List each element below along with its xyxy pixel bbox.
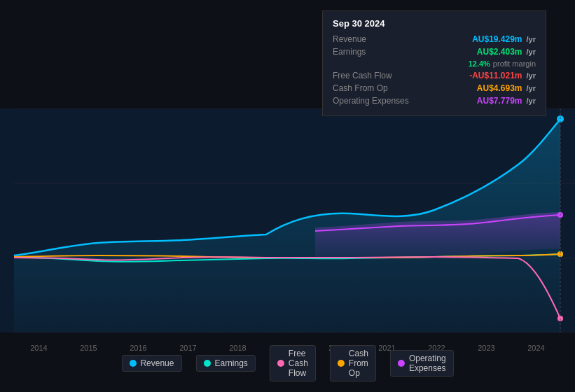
cashop-label: Cash From Op (333, 83, 424, 93)
profit-margin-value: 12.4% (469, 59, 490, 68)
legend-fcf[interactable]: Free Cash Flow (270, 345, 316, 382)
cashop-value: AU$4.693m/yr (477, 83, 536, 93)
earnings-row: Earnings AU$2.403m/yr (333, 47, 536, 57)
legend-label-revenue: Revenue (140, 358, 174, 368)
legend-earnings[interactable]: Earnings (195, 355, 255, 372)
legend-label-opex: Operating Expenses (409, 354, 446, 373)
legend-label-earnings: Earnings (214, 358, 247, 368)
revenue-row: Revenue AU$19.429m/yr (333, 34, 536, 44)
legend-cashop[interactable]: Cash From Op (330, 345, 376, 382)
revenue-value: AU$19.429m/yr (472, 34, 536, 44)
x-label-2015: 2015 (80, 344, 97, 352)
legend-dot-earnings (203, 360, 210, 367)
fcf-value: -AU$11.021m/yr (469, 71, 536, 80)
opex-value: AU$7.779m/yr (477, 96, 536, 106)
chart-container: Sep 30 2024 Revenue AU$19.429m/yr Earnin… (0, 0, 575, 392)
legend-label-cashop: Cash From Op (349, 349, 368, 378)
fcf-label: Free Cash Flow (333, 71, 424, 80)
cashop-row: Cash From Op AU$4.693m/yr (333, 83, 536, 93)
earnings-label: Earnings (333, 47, 424, 57)
legend-label-fcf: Free Cash Flow (289, 349, 308, 378)
profit-margin-row: 12.4% profit margin (333, 59, 536, 68)
profit-margin-label: profit margin (493, 59, 536, 68)
chart-svg (0, 108, 575, 332)
x-label-2014: 2014 (30, 344, 47, 352)
tooltip-date: Sep 30 2024 (333, 18, 536, 29)
legend-dot-cashop (338, 360, 345, 367)
legend-opex[interactable]: Operating Expenses (390, 350, 454, 377)
fcf-row: Free Cash Flow -AU$11.021m/yr (333, 71, 536, 80)
x-label-2024: 2024 (527, 344, 544, 352)
opex-row: Operating Expenses AU$7.779m/yr (333, 96, 536, 106)
legend: Revenue Earnings Free Cash Flow Cash Fro… (121, 345, 453, 382)
legend-dot-revenue (129, 360, 136, 367)
revenue-label: Revenue (333, 34, 424, 44)
legend-dot-opex (398, 360, 405, 367)
earnings-value: AU$2.403m/yr (477, 47, 536, 57)
legend-revenue[interactable]: Revenue (121, 355, 181, 372)
legend-dot-fcf (277, 360, 284, 367)
x-label-2023: 2023 (478, 344, 494, 352)
tooltip-box: Sep 30 2024 Revenue AU$19.429m/yr Earnin… (322, 10, 546, 116)
opex-label: Operating Expenses (333, 96, 424, 106)
